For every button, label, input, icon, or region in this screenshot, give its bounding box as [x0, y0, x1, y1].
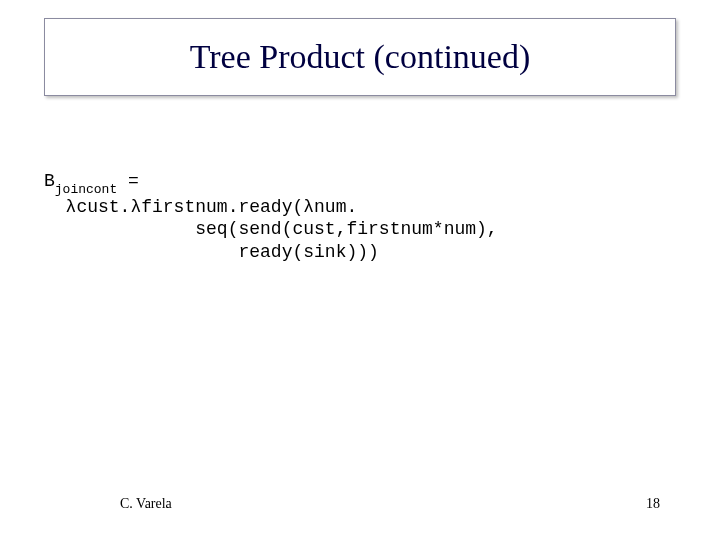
behavior-prefix: B	[44, 171, 55, 191]
code-line-3: seq(send(cust,firstnum*num),	[44, 219, 498, 239]
code-line-2: λcust.λfirstnum.ready(λnum.	[44, 197, 357, 217]
code-block: Bjoincont = λcust.λfirstnum.ready(λnum. …	[44, 170, 676, 263]
title-box: Tree Product (continued)	[44, 18, 676, 96]
slide-title: Tree Product (continued)	[190, 38, 531, 76]
footer-page-number: 18	[646, 496, 660, 512]
behavior-subscript: joincont	[55, 182, 117, 197]
code-line-4: ready(sink)))	[44, 242, 379, 262]
equals: =	[117, 171, 139, 191]
slide: Tree Product (continued) Bjoincont = λcu…	[0, 0, 720, 540]
footer-author: C. Varela	[120, 496, 172, 512]
